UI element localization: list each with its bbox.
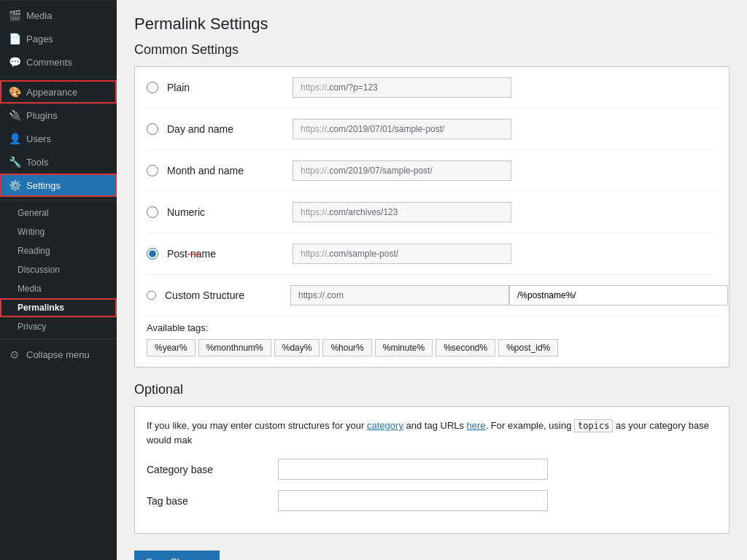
option-custom-structure: Custom Structure https:// .com (147, 275, 717, 316)
sidebar-item-users[interactable]: 👤 Users (0, 127, 117, 150)
tag-btn-%minute%[interactable]: %minute% (375, 339, 433, 357)
comments-icon: 💬 (9, 56, 20, 68)
tag-btn-%post_id%[interactable]: %post_id% (498, 339, 558, 357)
sub-item-media[interactable]: Media (0, 279, 117, 298)
sub-item-reading[interactable]: Reading (0, 241, 117, 260)
page-title: Permalink Settings (134, 15, 729, 34)
label-custom-structure[interactable]: Custom Structure (165, 289, 282, 301)
tag-btn-%year%[interactable]: %year% (147, 339, 196, 357)
available-tags-label: Available tags: (147, 322, 717, 333)
tag-btn-%monthnum%[interactable]: %monthnum% (198, 339, 271, 357)
sidebar-item-pages[interactable]: 📄 Pages (0, 27, 117, 50)
tag-btn-%hour%[interactable]: %hour% (322, 339, 371, 357)
common-settings-title: Common Settings (134, 42, 729, 58)
url-preview-numeric: https:// .com/archives/123 (293, 202, 511, 222)
option-day-and-name: Day and name https:// .com/2019/07/01/sa… (147, 109, 717, 150)
sidebar-item-tools[interactable]: 🔧 Tools (0, 150, 117, 174)
media-icon: 🎬 (9, 9, 20, 21)
tag-btn-%second%[interactable]: %second% (436, 339, 495, 357)
pages-icon: 📄 (9, 33, 20, 44)
option-month-and-name: Month and name https:// .com/2019/07/sam… (147, 150, 717, 192)
url-base-custom: https:// .com (290, 285, 509, 306)
label-numeric[interactable]: Numeric (167, 206, 284, 218)
topics-code: topics (574, 419, 613, 432)
custom-structure-input[interactable] (509, 285, 728, 306)
category-base-row: Category base (147, 459, 717, 480)
optional-description: If you like, you may enter custom struct… (147, 419, 717, 447)
tag-base-row: Tag base (147, 490, 717, 511)
available-tags-area: Available tags: %year%%monthnum%%day%%ho… (147, 316, 717, 367)
category-link[interactable]: category (367, 420, 403, 431)
tags-list: %year%%monthnum%%day%%hour%%minute%%seco… (147, 339, 717, 357)
radio-post-name[interactable] (147, 248, 158, 260)
main-content: Permalink Settings Common Settings Plain… (117, 0, 747, 560)
tag-base-label: Tag base (147, 495, 278, 507)
sidebar-item-appearance[interactable]: 🎨 Appearance (0, 80, 117, 104)
sidebar: 🎬 Media 📄 Pages 💬 Comments 🎨 Appearance … (0, 0, 117, 560)
option-numeric: Numeric https:// .com/archives/123 (147, 192, 717, 233)
sub-item-permalinks[interactable]: Permalinks (0, 298, 117, 317)
radio-day-and-name[interactable] (147, 123, 158, 135)
sidebar-item-media[interactable]: 🎬 Media (0, 4, 117, 27)
sidebar-item-comments[interactable]: 💬 Comments (0, 50, 117, 74)
radio-plain[interactable] (147, 82, 158, 93)
category-base-label: Category base (147, 464, 278, 475)
sidebar-item-plugins[interactable]: 🔌 Plugins (0, 104, 117, 127)
sub-item-writing[interactable]: Writing (0, 222, 117, 241)
arrow-annotation-save: ← (228, 548, 252, 560)
label-post-name[interactable]: Post name (167, 248, 284, 260)
optional-section: If you like, you may enter custom struct… (134, 406, 729, 534)
appearance-icon: 🎨 (9, 86, 20, 98)
optional-title: Optional (134, 382, 729, 397)
url-preview-month-and-name: https:// .com/2019/07/sample-post/ (293, 160, 511, 181)
category-base-input[interactable] (278, 459, 548, 480)
here-link[interactable]: here (467, 420, 486, 431)
sidebar-item-settings[interactable]: ⚙️ Settings (0, 174, 117, 197)
url-preview-day-and-name: https:// .com/2019/07/01/sample-post/ (293, 119, 511, 139)
tools-icon: 🔧 (9, 156, 20, 168)
option-post-name: Post name https:// .com/sample-post/ → (147, 233, 717, 275)
radio-custom-structure[interactable] (147, 289, 156, 301)
tag-btn-%day%[interactable]: %day% (274, 339, 320, 357)
sub-item-privacy[interactable]: Privacy (0, 317, 117, 336)
option-plain: Plain https:// .com/?p=123 (147, 67, 717, 109)
collapse-menu-button[interactable]: ⊙ Collapse menu (0, 343, 117, 366)
radio-month-and-name[interactable] (147, 165, 158, 176)
radio-numeric[interactable] (147, 206, 158, 218)
collapse-icon: ⊙ (9, 349, 20, 360)
save-area: Save Changes ← (134, 548, 729, 560)
plugins-icon: 🔌 (9, 109, 20, 121)
sub-item-discussion[interactable]: Discussion (0, 260, 117, 279)
tag-base-input[interactable] (278, 490, 548, 511)
sub-item-general[interactable]: General (0, 203, 117, 222)
label-month-and-name[interactable]: Month and name (167, 165, 284, 176)
url-preview-post-name: https:// .com/sample-post/ (293, 244, 511, 264)
users-icon: 👤 (9, 133, 20, 144)
common-settings-section: Plain https:// .com/?p=123 Day and name … (134, 66, 729, 368)
custom-structure-url-area: https:// .com (290, 285, 728, 306)
settings-icon: ⚙️ (9, 179, 20, 191)
save-changes-button[interactable]: Save Changes (134, 551, 220, 560)
url-preview-plain: https:// .com/?p=123 (293, 77, 511, 98)
label-day-and-name[interactable]: Day and name (167, 123, 284, 135)
label-plain[interactable]: Plain (167, 82, 284, 93)
